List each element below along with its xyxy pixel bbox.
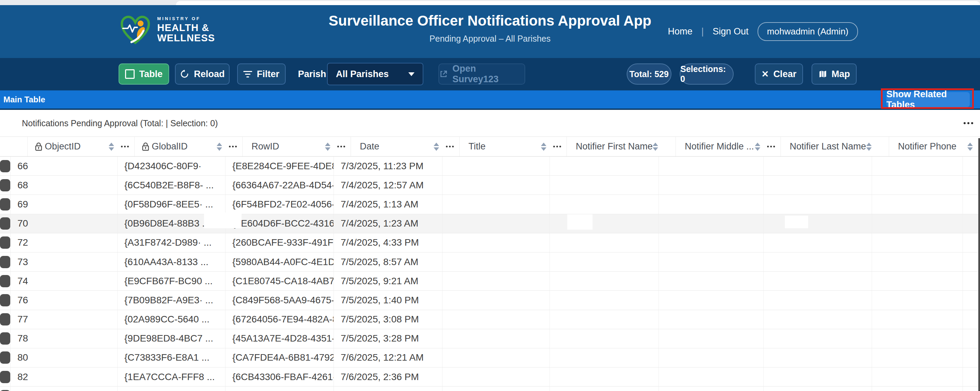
home-link[interactable]: Home xyxy=(668,26,692,37)
table-view-button[interactable]: Table xyxy=(119,63,169,85)
cell-object_id: 78 xyxy=(11,329,118,348)
column-header[interactable]: GlobalID xyxy=(135,137,243,156)
sort-icon[interactable] xyxy=(109,142,114,151)
column-header[interactable]: Notifier Phone xyxy=(889,137,980,156)
row-checkbox-cell xyxy=(0,233,11,252)
column-header[interactable]: ObjectID xyxy=(28,137,135,156)
cell-date: 7/6/2025, 12:21 AM xyxy=(334,348,442,367)
column-menu-icon[interactable] xyxy=(767,146,769,147)
table-row[interactable]: 83{793D3B08-36F5{713419CE-3C9A-4B3E-87/6… xyxy=(0,386,980,391)
cell-global_id: {C73833F6-E8A1 ... xyxy=(118,348,226,367)
cell-object_id: 68 xyxy=(11,176,118,195)
sort-icon[interactable] xyxy=(653,142,658,151)
table-row[interactable]: 74{E9CFB67F-BC90 ...{C1E80745-CA18-4AB7-… xyxy=(0,272,980,291)
cell-row_id: {8E604D6F-BCC2-4316-8... xyxy=(226,214,334,233)
redaction-patch xyxy=(204,212,242,228)
cell-object_id: 83 xyxy=(11,386,118,391)
cell-notifier_middle xyxy=(659,272,764,290)
cell-notifier_middle xyxy=(659,386,764,391)
table-icon xyxy=(125,69,135,79)
table-row[interactable]: 66{D423406C-80F9·{E8E284CE-9FEE-4DE8-8..… xyxy=(0,157,980,176)
sort-icon[interactable] xyxy=(866,142,872,151)
sign-out-link[interactable]: Sign Out xyxy=(713,26,749,37)
column-header[interactable]: Notifier Middle ... xyxy=(676,137,781,156)
cell-global_id: {793D3B08-36F5 xyxy=(118,386,226,391)
parish-select[interactable]: All Parishes xyxy=(327,63,423,85)
sort-icon[interactable] xyxy=(967,142,973,151)
redaction-patch xyxy=(567,214,592,230)
table-row[interactable]: 78{9DE98ED8-4BC7 ...{45A13A7E-4D28-4351-… xyxy=(0,329,980,348)
cell-notifier_last xyxy=(764,367,872,386)
cell-title xyxy=(442,233,550,252)
reload-button[interactable]: Reload xyxy=(175,63,230,85)
column-header-label: GlobalID xyxy=(152,141,188,152)
filter-button[interactable]: Filter xyxy=(237,63,286,85)
clear-button[interactable]: ✕ Clear xyxy=(755,63,803,85)
row-checkbox[interactable] xyxy=(0,371,10,383)
row-checkbox[interactable] xyxy=(0,160,10,172)
table-row[interactable]: 77{02A989CC-5640 ...{67264056-7E94-482A-… xyxy=(0,310,980,329)
table-row[interactable]: 82{1EA7CCCA-FFF8 ...{6CB43306-FBAF-4261-… xyxy=(0,367,980,386)
cell-title xyxy=(442,310,550,329)
row-checkbox[interactable] xyxy=(0,351,10,364)
column-header[interactable]: Notifier Last Name xyxy=(781,137,889,156)
select-all-cell xyxy=(0,137,28,156)
column-header-label: Notifier First Name xyxy=(576,141,653,152)
row-checkbox[interactable] xyxy=(0,275,10,287)
table-row[interactable]: 76{7B09B82F-A9E3· ...{C849F568-5AA9-4675… xyxy=(0,291,980,310)
row-checkbox[interactable] xyxy=(0,294,10,306)
column-menu-icon[interactable] xyxy=(337,146,339,147)
redaction-patch xyxy=(785,215,808,228)
map-button[interactable]: Map xyxy=(811,63,857,85)
column-menu-icon[interactable] xyxy=(229,146,231,147)
sort-icon[interactable] xyxy=(216,142,222,151)
x-icon: ✕ xyxy=(761,70,769,79)
table-row[interactable]: 69{0F58D96F-8EE5· ...{6F54BFD2-7E02-4056… xyxy=(0,195,980,214)
table-options-icon[interactable] xyxy=(964,122,966,124)
row-checkbox[interactable] xyxy=(0,313,10,326)
table-row[interactable]: 70{0B96D8E4-88B3 ...{8E604D6F-BCC2-4316-… xyxy=(0,214,980,233)
table-row[interactable]: 80{C73833F6-E8A1 ...{CA7FDE4A-6B81-4792-… xyxy=(0,348,980,367)
table-row[interactable]: 72{A31F8742-D989· ...{260BCAFE-933F-491F… xyxy=(0,233,980,252)
sort-icon[interactable] xyxy=(755,142,760,151)
browser-tab-shape xyxy=(176,1,980,5)
cell-title xyxy=(442,291,550,309)
row-checkbox[interactable] xyxy=(0,198,10,211)
column-menu-icon[interactable] xyxy=(121,146,123,147)
row-checkbox[interactable] xyxy=(0,256,10,268)
cell-notifier_first xyxy=(550,195,659,214)
table-row[interactable]: 68{6C540B2E-B8F8- ...{66364A67-22AB-4D54… xyxy=(0,176,980,195)
cell-global_id: {D423406C-80F9· xyxy=(118,157,226,176)
sort-icon[interactable] xyxy=(541,142,546,151)
cell-row_id: {C849F568-5AA9-4675-8... xyxy=(226,291,334,309)
cell-notifier_middle xyxy=(659,329,764,348)
row-checkbox[interactable] xyxy=(0,179,10,192)
cell-global_id: {A31F8742-D989· ... xyxy=(118,233,226,252)
open-survey123-button[interactable]: Open Survey123 xyxy=(438,63,525,85)
logo-line-3: WELLNESS xyxy=(157,33,215,43)
cell-title xyxy=(442,214,550,233)
cell-date: 7/5/2025, 3:08 PM xyxy=(334,310,442,329)
vertical-scrollbar[interactable] xyxy=(978,138,980,391)
column-header[interactable]: Date xyxy=(351,137,460,156)
cell-notifier_first xyxy=(550,252,659,271)
column-header-label: Title xyxy=(468,141,485,152)
browser-strip xyxy=(0,0,980,5)
row-checkbox[interactable] xyxy=(0,332,10,345)
column-menu-icon[interactable] xyxy=(446,146,448,147)
column-header[interactable]: Title xyxy=(460,137,567,156)
column-header[interactable]: RowID xyxy=(243,137,351,156)
column-menu-icon[interactable] xyxy=(553,146,555,147)
row-checkbox[interactable] xyxy=(0,236,10,249)
cell-notifier_last xyxy=(764,272,872,290)
column-header[interactable]: Notifier First Name xyxy=(567,137,676,156)
user-badge: mohwadmin (Admin) xyxy=(757,22,858,41)
row-checkbox[interactable] xyxy=(0,217,10,230)
clear-button-label: Clear xyxy=(773,69,797,79)
sort-icon[interactable] xyxy=(325,142,331,151)
table-caption-row: Notifications Pending Approval (Total: |… xyxy=(0,110,980,136)
table-row[interactable]: 73{610AA43A-8133 ...{5980AB44-A0FC-4E1D-… xyxy=(0,252,980,272)
toolbar: Table Reload Filter Parish: All Parishes… xyxy=(0,58,980,90)
sort-icon[interactable] xyxy=(434,142,439,151)
cell-date: 7/6/2025, 2:48 PM xyxy=(334,386,442,391)
